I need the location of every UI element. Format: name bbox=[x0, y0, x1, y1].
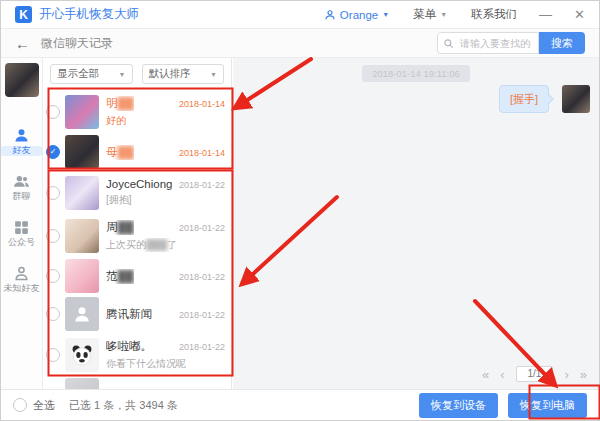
sidebar-item-friends[interactable]: 好友 bbox=[1, 127, 42, 156]
sidebar-item-official-accounts[interactable]: 公众号 bbox=[1, 219, 42, 248]
avatar bbox=[65, 378, 99, 389]
message-date: 2018-01-22 bbox=[179, 223, 225, 233]
recover-to-device-button[interactable]: 恢复到设备 bbox=[419, 393, 498, 418]
message-date: 2018-01-22 bbox=[179, 310, 225, 320]
page-indicator: 1/1 bbox=[516, 366, 554, 382]
row-message: 好的 bbox=[106, 114, 225, 128]
sidebar: 好友 群聊 公众号 未知好友 bbox=[1, 58, 43, 389]
select-all-label: 全选 bbox=[33, 398, 55, 413]
pagination: « ‹ 1/1 › » bbox=[482, 366, 587, 382]
row-checkbox[interactable] bbox=[46, 348, 60, 362]
app-title: 开心手机恢复大师 bbox=[39, 6, 139, 23]
sidebar-item-label: 公众号 bbox=[1, 238, 42, 248]
redacted-message: ███ bbox=[146, 239, 167, 250]
last-page-icon[interactable]: » bbox=[580, 368, 587, 381]
sidebar-item-groups[interactable]: 群聊 bbox=[1, 173, 42, 202]
search-button[interactable]: 搜索 bbox=[539, 32, 585, 54]
row-checkbox[interactable] bbox=[46, 269, 60, 283]
contact-name: 腾讯新闻 bbox=[106, 307, 152, 322]
next-page-icon[interactable]: › bbox=[564, 368, 568, 381]
row-checkbox[interactable] bbox=[46, 105, 60, 119]
chat-message: [握手] bbox=[499, 85, 590, 113]
message-date: 2018-01-14 bbox=[179, 99, 225, 109]
sidebar-item-unknown-friends[interactable]: 未知好友 bbox=[1, 265, 42, 294]
contact-name: 范██ bbox=[106, 269, 134, 284]
redacted-name: ██ bbox=[118, 221, 134, 233]
row-checkbox[interactable] bbox=[46, 229, 60, 243]
chat-panel: 2018-01-14 19:11:06 [握手] « ‹ 1/1 › » bbox=[233, 58, 599, 389]
avatar bbox=[65, 297, 99, 331]
contact-us-link[interactable]: 联系我们 bbox=[471, 7, 517, 22]
row-message: [拥抱] bbox=[106, 193, 225, 207]
redacted-name: ██ bbox=[118, 146, 134, 158]
chevron-down-icon: ▼ bbox=[210, 71, 217, 78]
conversation-row[interactable]: JoyceChiong 2018-01-22 [拥抱] bbox=[43, 171, 231, 214]
sidebar-item-label: 群聊 bbox=[1, 192, 42, 202]
user-account-menu[interactable]: Orange ▼ bbox=[324, 9, 389, 21]
prev-page-icon[interactable]: ‹ bbox=[500, 368, 504, 381]
back-arrow-icon[interactable]: ← bbox=[15, 36, 30, 51]
person-placeholder-icon bbox=[72, 304, 92, 324]
contact-name: 明██ bbox=[106, 96, 134, 111]
conversation-row[interactable]: ✓ 母██ 2018-01-14 bbox=[43, 133, 231, 171]
user-icon bbox=[324, 9, 336, 21]
selection-summary: 已选 1 条，共 3494 条 bbox=[69, 398, 178, 413]
close-button[interactable]: ✕ bbox=[574, 7, 585, 22]
search-bar: 搜索 bbox=[437, 32, 585, 54]
row-checkbox[interactable] bbox=[46, 307, 60, 321]
conversation-row[interactable] bbox=[43, 376, 231, 389]
sidebar-item-label: 未知好友 bbox=[1, 284, 42, 294]
contact-name: JoyceChiong bbox=[106, 178, 172, 190]
title-bar: K 开心手机恢复大师 Orange ▼ 菜单 ▼ 联系我们 — ✕ bbox=[1, 1, 599, 29]
avatar bbox=[65, 135, 99, 169]
profile-avatar bbox=[5, 63, 39, 97]
chevron-down-icon: ▼ bbox=[382, 11, 389, 18]
conversation-row[interactable]: 明██ 2018-01-14 好的 bbox=[43, 90, 231, 133]
message-date: 2018-01-22 bbox=[179, 272, 225, 282]
avatar bbox=[65, 219, 99, 253]
contact-name: 母██ bbox=[106, 145, 134, 160]
conversation-row[interactable]: 范██ 2018-01-22 bbox=[43, 257, 231, 295]
row-message: 上次买的███了 bbox=[106, 238, 225, 252]
search-input[interactable] bbox=[458, 37, 533, 50]
chat-timestamp: 2018-01-14 19:11:06 bbox=[362, 65, 470, 82]
avatar bbox=[65, 338, 99, 372]
row-checkbox[interactable] bbox=[46, 186, 60, 200]
redacted-name: ██ bbox=[118, 97, 134, 109]
first-page-icon[interactable]: « bbox=[482, 368, 489, 381]
footer-bar: 全选 已选 1 条，共 3494 条 恢复到设备 恢复到电脑 bbox=[1, 389, 599, 420]
redacted-name: ██ bbox=[118, 270, 134, 282]
page-title: 微信聊天记录 bbox=[41, 35, 113, 52]
avatar bbox=[65, 95, 99, 129]
contact-list: 明██ 2018-01-14 好的 ✓ 母██ 2018-01-14 bbox=[43, 90, 231, 389]
avatar bbox=[65, 259, 99, 293]
conversation-row[interactable]: 哆啦嘟。 2018-01-22 你看下什么情况呢 bbox=[43, 333, 231, 376]
search-icon bbox=[443, 38, 454, 49]
chevron-down-icon: ▼ bbox=[119, 71, 126, 78]
grid-icon bbox=[13, 219, 30, 236]
app-logo-icon: K bbox=[15, 6, 32, 23]
conversation-row[interactable]: 周██ 2018-01-22 上次买的███了 bbox=[43, 214, 231, 257]
sort-dropdown[interactable]: 默认排序 ▼ bbox=[142, 64, 225, 84]
message-date: 2018-01-14 bbox=[179, 148, 225, 158]
filter-dropdown[interactable]: 显示全部 ▼ bbox=[50, 64, 133, 84]
select-all-checkbox[interactable] bbox=[13, 398, 27, 412]
user-name: Orange bbox=[340, 9, 378, 21]
row-checkbox[interactable]: ✓ bbox=[46, 145, 60, 159]
conversation-row[interactable]: 腾讯新闻 2018-01-22 bbox=[43, 295, 231, 333]
avatar bbox=[65, 176, 99, 210]
panda-icon bbox=[69, 342, 95, 368]
row-message: 你看下什么情况呢 bbox=[106, 357, 225, 371]
unknown-friend-icon bbox=[13, 265, 30, 282]
conversation-list-panel: 显示全部 ▼ 默认排序 ▼ 明██ 2018-01-14 好的 ✓ bbox=[43, 58, 232, 389]
chat-avatar bbox=[562, 85, 590, 113]
chevron-down-icon: ▼ bbox=[440, 11, 447, 18]
recover-to-pc-button[interactable]: 恢复到电脑 bbox=[508, 393, 587, 418]
chat-bubble: [握手] bbox=[499, 85, 549, 113]
minimize-button[interactable]: — bbox=[539, 7, 552, 22]
friend-icon bbox=[13, 127, 30, 144]
menu-button[interactable]: 菜单 ▼ bbox=[413, 7, 447, 22]
message-date: 2018-01-22 bbox=[179, 342, 225, 352]
search-field bbox=[437, 32, 539, 54]
app-window: K 开心手机恢复大师 Orange ▼ 菜单 ▼ 联系我们 — ✕ ← 微信聊天… bbox=[0, 0, 600, 421]
